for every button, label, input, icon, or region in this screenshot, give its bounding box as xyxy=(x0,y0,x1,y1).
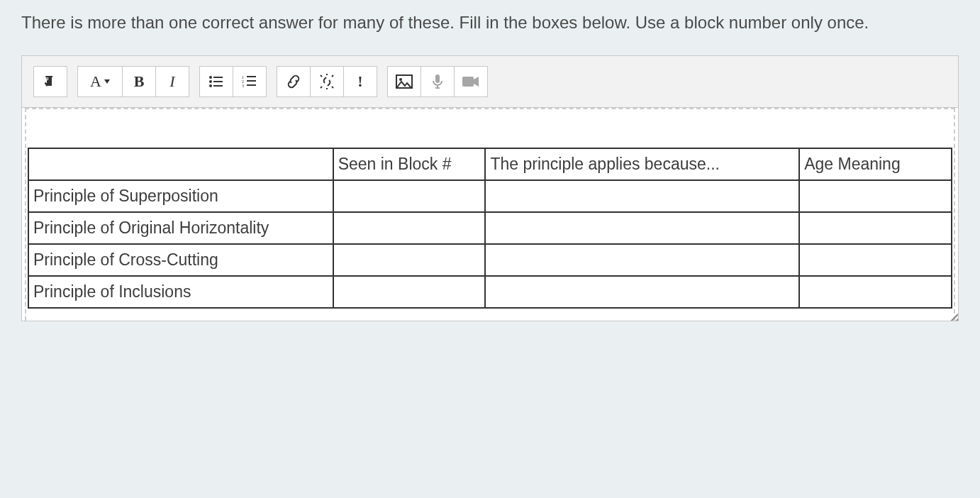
cell-block[interactable] xyxy=(333,244,486,276)
cell-because[interactable] xyxy=(485,180,799,212)
cell-block[interactable] xyxy=(333,180,486,212)
cell-because[interactable] xyxy=(485,212,799,244)
table-row[interactable]: Principle of Original Horizontality xyxy=(28,212,952,244)
header-because: The principle applies because... xyxy=(485,148,799,180)
table-row[interactable]: Principle of Inclusions xyxy=(28,276,952,308)
svg-rect-1 xyxy=(213,77,223,78)
bullet-list-button[interactable] xyxy=(199,66,233,97)
exclamation-icon: ! xyxy=(357,72,362,91)
svg-point-0 xyxy=(209,76,212,79)
cell-principle[interactable]: Principle of Superposition xyxy=(28,180,333,212)
resize-handle[interactable] xyxy=(948,311,958,321)
important-button[interactable]: ! xyxy=(343,66,377,97)
svg-rect-9 xyxy=(247,80,256,82)
cell-because[interactable] xyxy=(485,276,799,308)
bold-button[interactable]: B xyxy=(122,66,156,97)
rich-text-editor: A B I xyxy=(21,55,959,321)
insert-image-button[interactable] xyxy=(387,66,421,97)
header-block: Seen in Block # xyxy=(333,148,486,180)
cell-because[interactable] xyxy=(485,244,799,276)
link-icon xyxy=(286,74,301,89)
editor-toolbar: A B I xyxy=(22,56,958,108)
font-color-button[interactable]: A xyxy=(77,66,123,97)
svg-text:3: 3 xyxy=(242,84,244,88)
svg-point-4 xyxy=(209,84,212,87)
cell-block[interactable] xyxy=(333,276,486,308)
record-video-button[interactable] xyxy=(454,66,488,97)
chevron-down-icon xyxy=(104,79,110,84)
table-row[interactable]: Principle of Superposition xyxy=(28,180,952,212)
text-direction-icon xyxy=(43,74,57,89)
instructions-text: There is more than one correct answer fo… xyxy=(21,10,959,35)
table-row[interactable]: Principle of Cross-Cutting xyxy=(28,244,952,276)
unlink-icon xyxy=(319,74,335,89)
bold-icon: B xyxy=(134,72,145,91)
table-header-row: Seen in Block # The principle applies be… xyxy=(28,148,952,180)
svg-rect-14 xyxy=(435,74,440,83)
cell-age[interactable] xyxy=(799,244,952,276)
header-age: Age Meaning xyxy=(799,148,952,180)
numbered-list-icon: 1 2 3 xyxy=(242,74,257,89)
cell-age[interactable] xyxy=(799,180,952,212)
cell-principle[interactable]: Principle of Inclusions xyxy=(28,276,333,308)
image-icon xyxy=(396,74,413,89)
numbered-list-button[interactable]: 1 2 3 xyxy=(233,66,267,97)
header-principle xyxy=(28,148,333,180)
video-icon xyxy=(462,75,480,88)
unlink-button[interactable] xyxy=(310,66,344,97)
svg-point-2 xyxy=(209,80,212,83)
svg-rect-3 xyxy=(213,81,223,82)
svg-rect-15 xyxy=(462,77,474,87)
link-button[interactable] xyxy=(277,66,311,97)
principles-table[interactable]: Seen in Block # The principle applies be… xyxy=(28,148,952,309)
cell-age[interactable] xyxy=(799,212,952,244)
microphone-icon xyxy=(431,74,444,89)
cell-age[interactable] xyxy=(799,276,952,308)
record-audio-button[interactable] xyxy=(421,66,455,97)
cell-principle[interactable]: Principle of Cross-Cutting xyxy=(28,244,333,276)
svg-rect-5 xyxy=(213,85,223,87)
italic-button[interactable]: I xyxy=(155,66,189,97)
text-direction-button[interactable] xyxy=(33,66,67,97)
italic-icon: I xyxy=(169,72,174,91)
svg-point-13 xyxy=(399,78,402,81)
svg-rect-7 xyxy=(247,76,256,77)
bullet-list-icon xyxy=(208,74,224,89)
font-color-icon: A xyxy=(90,72,110,91)
editor-content-area[interactable]: Seen in Block # The principle applies be… xyxy=(25,108,955,321)
svg-rect-11 xyxy=(247,84,256,86)
cell-block[interactable] xyxy=(333,212,486,244)
cell-principle[interactable]: Principle of Original Horizontality xyxy=(28,212,333,244)
